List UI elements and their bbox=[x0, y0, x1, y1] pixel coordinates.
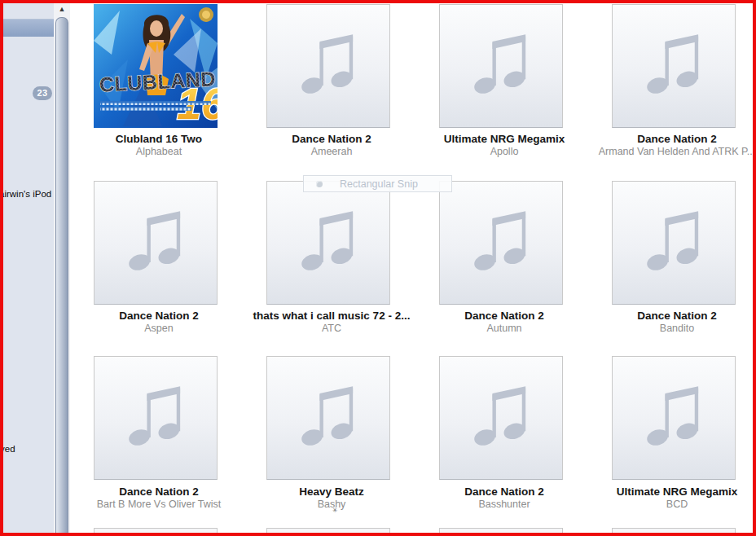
album-artist: Armand Van Helden And ATRK P... bbox=[591, 146, 756, 157]
album-artist: Autumn bbox=[418, 323, 591, 334]
album-title: Dance Nation 2 bbox=[73, 310, 245, 322]
album-tile[interactable] bbox=[612, 4, 736, 128]
sidebar-item-played[interactable]: yed bbox=[0, 444, 15, 454]
album-tile[interactable] bbox=[612, 181, 736, 305]
music-note-icon bbox=[284, 23, 374, 112]
album-tile[interactable]: CLUBLAND 16 bbox=[94, 4, 218, 128]
album-tile[interactable] bbox=[266, 356, 390, 480]
music-note-icon bbox=[630, 375, 719, 464]
album-artist: ATC bbox=[245, 323, 418, 334]
rectangular-snip-tooltip: Rectangular Snip bbox=[303, 175, 452, 192]
album-tile[interactable] bbox=[94, 528, 218, 534]
music-note-icon bbox=[284, 200, 374, 289]
sidebar-item-ipod[interactable]: airwin's iPod bbox=[0, 189, 51, 199]
album-title: Dance Nation 2 bbox=[591, 133, 756, 145]
sidebar: 23 airwin's iPod yed bbox=[0, 0, 54, 536]
sidebar-item-fragment bbox=[0, 429, 2, 438]
scrollbar-thumb[interactable] bbox=[55, 17, 68, 536]
album-title: Dance Nation 2 bbox=[591, 310, 756, 322]
album-tile[interactable] bbox=[94, 356, 218, 480]
snip-cursor-artifact: ✳ bbox=[332, 507, 338, 514]
album-tile[interactable] bbox=[266, 181, 390, 305]
album-artist: Alphabeat bbox=[73, 146, 245, 157]
music-note-icon bbox=[630, 23, 719, 112]
music-note-icon bbox=[284, 375, 374, 464]
album-tile[interactable] bbox=[612, 528, 736, 534]
scroll-up-arrow-icon[interactable]: ▲ bbox=[54, 2, 70, 16]
album-title: Dance Nation 2 bbox=[418, 310, 591, 322]
snip-tooltip-label: Rectangular Snip bbox=[340, 178, 418, 190]
album-title: Dance Nation 2 bbox=[418, 485, 591, 498]
album-tile[interactable] bbox=[266, 528, 390, 534]
music-note-icon bbox=[630, 200, 719, 289]
album-title: Dance Nation 2 bbox=[245, 133, 418, 145]
album-tile[interactable] bbox=[439, 528, 563, 534]
album-title: Clubland 16 Two bbox=[73, 133, 245, 145]
album-tile[interactable] bbox=[266, 4, 390, 128]
album-title: Ultimate NRG Megamix bbox=[418, 133, 591, 145]
album-artist: Bart B More Vs Oliver Twist bbox=[73, 499, 245, 510]
vertical-scrollbar[interactable]: ▲ bbox=[54, 0, 70, 536]
music-note-icon bbox=[457, 200, 547, 289]
music-note-icon bbox=[457, 23, 547, 112]
album-artist: Basshunter bbox=[418, 499, 591, 510]
album-title: Dance Nation 2 bbox=[73, 485, 245, 498]
clubland-16-artwork: CLUBLAND 16 bbox=[94, 4, 218, 128]
album-artist: Aspen bbox=[73, 323, 245, 334]
album-tile[interactable] bbox=[612, 356, 736, 480]
album-artist: Bashy bbox=[245, 499, 418, 510]
album-title: Ultimate NRG Megamix bbox=[591, 485, 756, 498]
playlist-count-badge: 23 bbox=[33, 86, 52, 100]
album-tile[interactable] bbox=[439, 356, 563, 480]
music-note-icon bbox=[457, 375, 547, 464]
album-artist: Bandito bbox=[591, 323, 756, 334]
album-tile[interactable] bbox=[439, 4, 563, 128]
music-note-icon bbox=[112, 200, 201, 289]
sidebar-selected-item[interactable] bbox=[0, 19, 55, 37]
music-note-icon bbox=[112, 375, 201, 464]
album-artist: Ameerah bbox=[245, 146, 418, 157]
album-artist: Apollo bbox=[418, 146, 591, 157]
snip-capture: 23 airwin's iPod yed ▲ bbox=[0, 0, 756, 536]
album-title: Heavy Beatz bbox=[245, 485, 418, 498]
album-tile[interactable] bbox=[94, 181, 218, 305]
album-artist: BCD bbox=[591, 499, 756, 510]
album-tile[interactable] bbox=[439, 181, 563, 305]
album-title: thats what i call music 72 - 2... bbox=[245, 310, 418, 322]
snip-mode-icon bbox=[316, 181, 323, 187]
